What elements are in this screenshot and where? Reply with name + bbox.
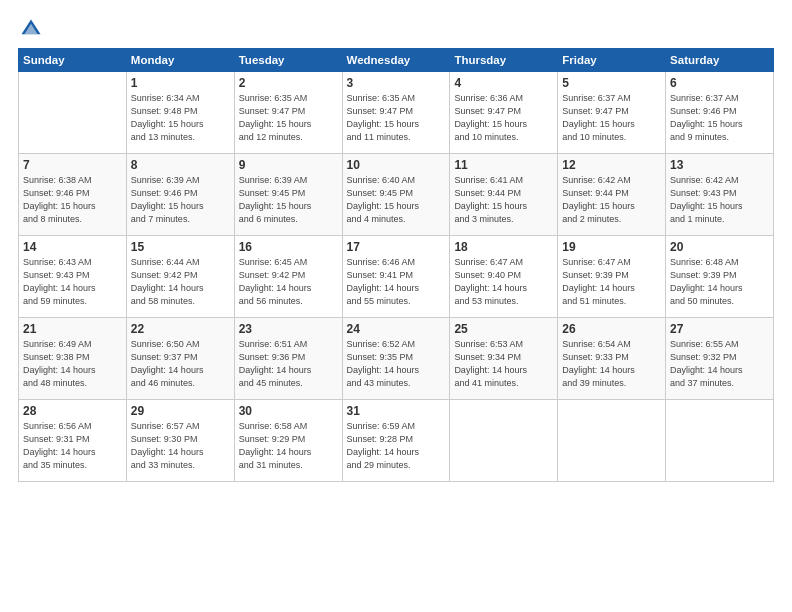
- week-row-5: 28Sunrise: 6:56 AM Sunset: 9:31 PM Dayli…: [19, 400, 774, 482]
- day-number: 22: [131, 322, 230, 336]
- day-info: Sunrise: 6:52 AM Sunset: 9:35 PM Dayligh…: [347, 338, 446, 390]
- day-cell: 10Sunrise: 6:40 AM Sunset: 9:45 PM Dayli…: [342, 154, 450, 236]
- day-number: 8: [131, 158, 230, 172]
- day-info: Sunrise: 6:35 AM Sunset: 9:47 PM Dayligh…: [347, 92, 446, 144]
- day-number: 28: [23, 404, 122, 418]
- col-header-friday: Friday: [558, 49, 666, 72]
- day-cell: 12Sunrise: 6:42 AM Sunset: 9:44 PM Dayli…: [558, 154, 666, 236]
- day-number: 25: [454, 322, 553, 336]
- day-info: Sunrise: 6:46 AM Sunset: 9:41 PM Dayligh…: [347, 256, 446, 308]
- day-cell: 23Sunrise: 6:51 AM Sunset: 9:36 PM Dayli…: [234, 318, 342, 400]
- day-cell: 1Sunrise: 6:34 AM Sunset: 9:48 PM Daylig…: [126, 72, 234, 154]
- day-cell: [450, 400, 558, 482]
- day-number: 18: [454, 240, 553, 254]
- day-cell: 22Sunrise: 6:50 AM Sunset: 9:37 PM Dayli…: [126, 318, 234, 400]
- day-number: 1: [131, 76, 230, 90]
- day-info: Sunrise: 6:47 AM Sunset: 9:40 PM Dayligh…: [454, 256, 553, 308]
- day-info: Sunrise: 6:56 AM Sunset: 9:31 PM Dayligh…: [23, 420, 122, 472]
- day-cell: 11Sunrise: 6:41 AM Sunset: 9:44 PM Dayli…: [450, 154, 558, 236]
- day-cell: 17Sunrise: 6:46 AM Sunset: 9:41 PM Dayli…: [342, 236, 450, 318]
- day-info: Sunrise: 6:59 AM Sunset: 9:28 PM Dayligh…: [347, 420, 446, 472]
- day-number: 26: [562, 322, 661, 336]
- week-row-1: 1Sunrise: 6:34 AM Sunset: 9:48 PM Daylig…: [19, 72, 774, 154]
- day-info: Sunrise: 6:45 AM Sunset: 9:42 PM Dayligh…: [239, 256, 338, 308]
- day-number: 14: [23, 240, 122, 254]
- week-row-4: 21Sunrise: 6:49 AM Sunset: 9:38 PM Dayli…: [19, 318, 774, 400]
- day-number: 7: [23, 158, 122, 172]
- day-info: Sunrise: 6:50 AM Sunset: 9:37 PM Dayligh…: [131, 338, 230, 390]
- day-cell: 21Sunrise: 6:49 AM Sunset: 9:38 PM Dayli…: [19, 318, 127, 400]
- day-cell: 6Sunrise: 6:37 AM Sunset: 9:46 PM Daylig…: [666, 72, 774, 154]
- col-header-monday: Monday: [126, 49, 234, 72]
- col-header-thursday: Thursday: [450, 49, 558, 72]
- logo-icon: [20, 18, 42, 40]
- day-number: 16: [239, 240, 338, 254]
- day-cell: [19, 72, 127, 154]
- day-cell: 7Sunrise: 6:38 AM Sunset: 9:46 PM Daylig…: [19, 154, 127, 236]
- col-header-sunday: Sunday: [19, 49, 127, 72]
- day-cell: 14Sunrise: 6:43 AM Sunset: 9:43 PM Dayli…: [19, 236, 127, 318]
- day-cell: 29Sunrise: 6:57 AM Sunset: 9:30 PM Dayli…: [126, 400, 234, 482]
- day-cell: 5Sunrise: 6:37 AM Sunset: 9:47 PM Daylig…: [558, 72, 666, 154]
- day-number: 6: [670, 76, 769, 90]
- week-row-3: 14Sunrise: 6:43 AM Sunset: 9:43 PM Dayli…: [19, 236, 774, 318]
- day-cell: 18Sunrise: 6:47 AM Sunset: 9:40 PM Dayli…: [450, 236, 558, 318]
- page: SundayMondayTuesdayWednesdayThursdayFrid…: [0, 0, 792, 612]
- day-cell: 19Sunrise: 6:47 AM Sunset: 9:39 PM Dayli…: [558, 236, 666, 318]
- day-cell: [558, 400, 666, 482]
- day-info: Sunrise: 6:58 AM Sunset: 9:29 PM Dayligh…: [239, 420, 338, 472]
- day-cell: 2Sunrise: 6:35 AM Sunset: 9:47 PM Daylig…: [234, 72, 342, 154]
- day-info: Sunrise: 6:42 AM Sunset: 9:44 PM Dayligh…: [562, 174, 661, 226]
- day-info: Sunrise: 6:36 AM Sunset: 9:47 PM Dayligh…: [454, 92, 553, 144]
- day-info: Sunrise: 6:55 AM Sunset: 9:32 PM Dayligh…: [670, 338, 769, 390]
- day-number: 10: [347, 158, 446, 172]
- day-cell: 8Sunrise: 6:39 AM Sunset: 9:46 PM Daylig…: [126, 154, 234, 236]
- day-info: Sunrise: 6:37 AM Sunset: 9:47 PM Dayligh…: [562, 92, 661, 144]
- day-number: 30: [239, 404, 338, 418]
- day-info: Sunrise: 6:57 AM Sunset: 9:30 PM Dayligh…: [131, 420, 230, 472]
- header: [18, 18, 774, 40]
- day-number: 19: [562, 240, 661, 254]
- day-info: Sunrise: 6:40 AM Sunset: 9:45 PM Dayligh…: [347, 174, 446, 226]
- day-cell: 28Sunrise: 6:56 AM Sunset: 9:31 PM Dayli…: [19, 400, 127, 482]
- day-cell: 27Sunrise: 6:55 AM Sunset: 9:32 PM Dayli…: [666, 318, 774, 400]
- day-number: 27: [670, 322, 769, 336]
- day-info: Sunrise: 6:41 AM Sunset: 9:44 PM Dayligh…: [454, 174, 553, 226]
- day-number: 24: [347, 322, 446, 336]
- day-cell: 30Sunrise: 6:58 AM Sunset: 9:29 PM Dayli…: [234, 400, 342, 482]
- day-number: 17: [347, 240, 446, 254]
- week-row-2: 7Sunrise: 6:38 AM Sunset: 9:46 PM Daylig…: [19, 154, 774, 236]
- day-number: 11: [454, 158, 553, 172]
- day-cell: 25Sunrise: 6:53 AM Sunset: 9:34 PM Dayli…: [450, 318, 558, 400]
- day-info: Sunrise: 6:44 AM Sunset: 9:42 PM Dayligh…: [131, 256, 230, 308]
- day-info: Sunrise: 6:53 AM Sunset: 9:34 PM Dayligh…: [454, 338, 553, 390]
- day-info: Sunrise: 6:47 AM Sunset: 9:39 PM Dayligh…: [562, 256, 661, 308]
- day-number: 20: [670, 240, 769, 254]
- day-number: 2: [239, 76, 338, 90]
- col-header-saturday: Saturday: [666, 49, 774, 72]
- day-cell: 9Sunrise: 6:39 AM Sunset: 9:45 PM Daylig…: [234, 154, 342, 236]
- day-cell: 26Sunrise: 6:54 AM Sunset: 9:33 PM Dayli…: [558, 318, 666, 400]
- day-number: 5: [562, 76, 661, 90]
- day-number: 31: [347, 404, 446, 418]
- day-info: Sunrise: 6:43 AM Sunset: 9:43 PM Dayligh…: [23, 256, 122, 308]
- day-cell: 31Sunrise: 6:59 AM Sunset: 9:28 PM Dayli…: [342, 400, 450, 482]
- day-info: Sunrise: 6:54 AM Sunset: 9:33 PM Dayligh…: [562, 338, 661, 390]
- day-number: 4: [454, 76, 553, 90]
- day-info: Sunrise: 6:39 AM Sunset: 9:46 PM Dayligh…: [131, 174, 230, 226]
- day-info: Sunrise: 6:38 AM Sunset: 9:46 PM Dayligh…: [23, 174, 122, 226]
- day-number: 15: [131, 240, 230, 254]
- day-cell: 24Sunrise: 6:52 AM Sunset: 9:35 PM Dayli…: [342, 318, 450, 400]
- calendar-table: SundayMondayTuesdayWednesdayThursdayFrid…: [18, 48, 774, 482]
- day-info: Sunrise: 6:34 AM Sunset: 9:48 PM Dayligh…: [131, 92, 230, 144]
- day-number: 23: [239, 322, 338, 336]
- day-cell: 20Sunrise: 6:48 AM Sunset: 9:39 PM Dayli…: [666, 236, 774, 318]
- day-cell: 3Sunrise: 6:35 AM Sunset: 9:47 PM Daylig…: [342, 72, 450, 154]
- day-cell: 15Sunrise: 6:44 AM Sunset: 9:42 PM Dayli…: [126, 236, 234, 318]
- day-cell: 13Sunrise: 6:42 AM Sunset: 9:43 PM Dayli…: [666, 154, 774, 236]
- col-header-wednesday: Wednesday: [342, 49, 450, 72]
- day-info: Sunrise: 6:48 AM Sunset: 9:39 PM Dayligh…: [670, 256, 769, 308]
- day-info: Sunrise: 6:49 AM Sunset: 9:38 PM Dayligh…: [23, 338, 122, 390]
- day-number: 12: [562, 158, 661, 172]
- day-cell: [666, 400, 774, 482]
